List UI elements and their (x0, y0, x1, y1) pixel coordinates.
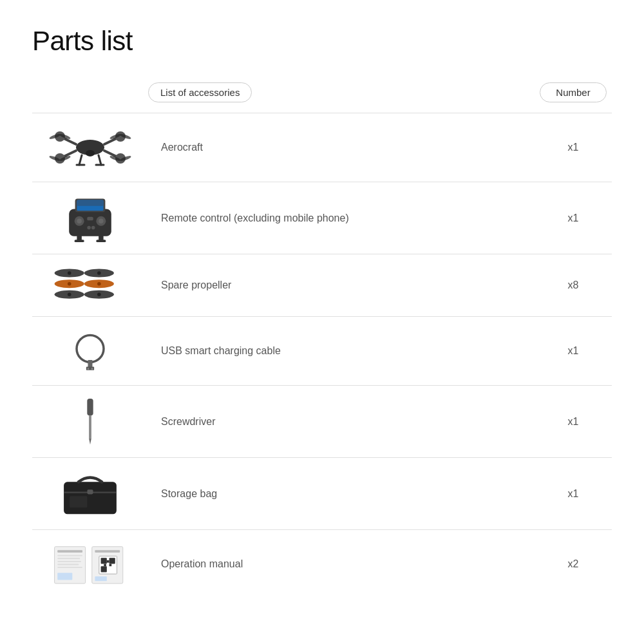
manual-icon (52, 542, 129, 587)
svg-rect-53 (91, 368, 93, 370)
operation-manual-count: x2 (535, 558, 612, 570)
svg-rect-67 (57, 567, 82, 568)
svg-rect-54 (87, 399, 93, 415)
svg-point-43 (68, 271, 71, 275)
svg-point-31 (87, 226, 91, 230)
cable-image (32, 328, 148, 374)
svg-rect-70 (95, 550, 120, 553)
drone-icon (48, 125, 132, 170)
screwdriver-icon (80, 397, 100, 446)
table-row: Remote control (excluding mobile phone) … (32, 182, 612, 254)
svg-point-29 (99, 218, 104, 223)
table-row: Screwdriver x1 (32, 385, 612, 457)
aerocraft-name: Aerocraft (148, 142, 535, 153)
svg-rect-60 (70, 496, 87, 507)
svg-point-48 (97, 293, 101, 297)
operation-manual-name: Operation manual (148, 558, 535, 570)
manual-image (32, 542, 148, 587)
table-row: Aerocraft x1 (32, 113, 612, 182)
svg-rect-55 (89, 415, 91, 439)
propeller-icon (52, 266, 129, 305)
screwdriver-image (32, 397, 148, 446)
svg-marker-56 (89, 439, 91, 444)
svg-rect-76 (107, 560, 109, 563)
number-column-header: Number (540, 82, 606, 102)
table-row: Storage bag x1 (32, 457, 612, 529)
usb-cable-icon (68, 328, 113, 374)
storage-bag-name: Storage bag (148, 488, 535, 500)
remote-image (32, 194, 148, 242)
aerocraft-image (32, 125, 148, 170)
page: Parts list List of accessories Number (0, 0, 644, 644)
table-row: Operation manual x2 (32, 529, 612, 598)
remote-control-icon (58, 194, 122, 242)
remote-control-name: Remote control (excluding mobile phone) (148, 213, 535, 224)
svg-rect-36 (96, 240, 106, 242)
svg-rect-77 (104, 564, 106, 567)
svg-rect-62 (57, 550, 82, 553)
storage-bag-icon (58, 469, 122, 518)
spare-propeller-count: x8 (535, 279, 612, 291)
table-row: USB smart charging cable x1 (32, 316, 612, 385)
svg-rect-74 (101, 566, 107, 572)
svg-rect-63 (57, 555, 82, 556)
svg-rect-64 (57, 558, 80, 559)
table-header: List of accessories Number (32, 82, 612, 113)
svg-line-19 (99, 155, 101, 165)
usb-cable-name: USB smart charging cable (148, 345, 535, 357)
svg-rect-68 (57, 573, 72, 580)
spare-propeller-name: Spare propeller (148, 279, 535, 291)
svg-rect-73 (109, 558, 115, 564)
svg-rect-66 (57, 564, 79, 565)
svg-point-1 (86, 150, 95, 156)
bag-image (32, 469, 148, 518)
svg-rect-35 (75, 240, 84, 242)
svg-point-32 (91, 226, 95, 230)
svg-rect-75 (109, 564, 112, 567)
svg-rect-72 (101, 558, 107, 564)
header-accessory-col: List of accessories (32, 82, 535, 102)
svg-line-18 (79, 155, 82, 165)
svg-rect-59 (87, 489, 93, 494)
svg-point-45 (68, 282, 71, 286)
svg-point-44 (97, 271, 101, 275)
svg-rect-30 (87, 217, 93, 221)
svg-point-28 (77, 218, 82, 223)
page-title: Parts list (32, 26, 612, 57)
header-number-col: Number (535, 82, 612, 102)
svg-point-46 (97, 282, 101, 286)
svg-point-47 (68, 293, 71, 297)
usb-cable-count: x1 (535, 345, 612, 357)
accessory-column-header: List of accessories (148, 82, 252, 102)
svg-point-49 (77, 336, 104, 363)
svg-rect-65 (57, 561, 81, 562)
remote-control-count: x1 (535, 213, 612, 224)
screwdriver-count: x1 (535, 416, 612, 428)
table-row: Spare propeller x8 (32, 254, 612, 316)
svg-rect-78 (95, 576, 106, 581)
parts-table: List of accessories Number (32, 82, 612, 598)
screwdriver-name: Screwdriver (148, 416, 535, 428)
svg-rect-52 (88, 368, 90, 370)
aerocraft-count: x1 (535, 142, 612, 153)
storage-bag-count: x1 (535, 488, 612, 500)
propeller-image (32, 266, 148, 305)
svg-rect-25 (77, 200, 103, 205)
